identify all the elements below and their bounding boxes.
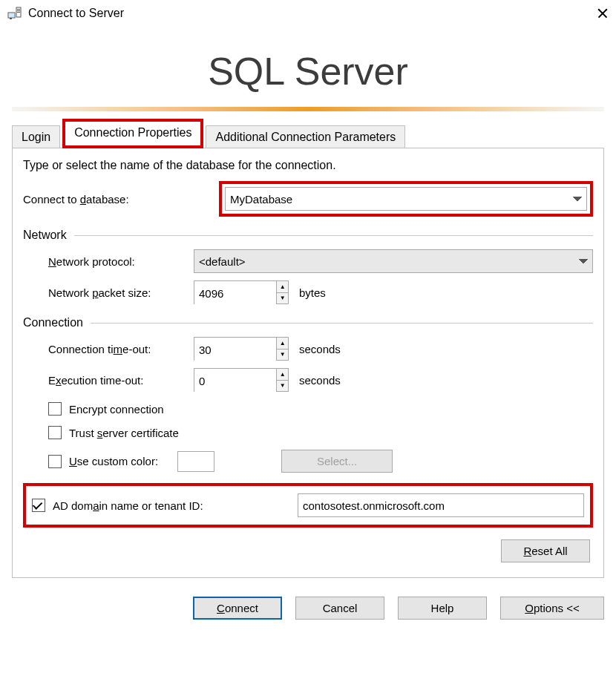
- cancel-button[interactable]: Cancel: [295, 597, 384, 620]
- help-button[interactable]: Help: [398, 597, 487, 620]
- network-protocol-select[interactable]: <default>: [194, 249, 593, 273]
- spinner-up-icon[interactable]: ▲: [277, 281, 288, 293]
- custom-color-label: Use custom color:: [69, 455, 158, 467]
- execution-timeout-label: Execution time-out:: [23, 374, 194, 387]
- svg-rect-4: [17, 10, 20, 11]
- encrypt-connection-checkbox[interactable]: [48, 402, 62, 416]
- spinner-down-icon[interactable]: ▼: [277, 381, 288, 392]
- svg-rect-3: [17, 9, 20, 10]
- spinner-down-icon[interactable]: ▼: [277, 293, 288, 304]
- connection-timeout-label: Connection time-out:: [23, 343, 194, 355]
- trust-cert-checkbox[interactable]: [48, 426, 62, 439]
- instruction-text: Type or select the name of the database …: [23, 159, 593, 172]
- packet-size-spinner[interactable]: ▲▼: [194, 280, 289, 304]
- connect-to-database-select[interactable]: MyDatabase: [225, 187, 587, 211]
- tab-login[interactable]: Login: [12, 125, 60, 148]
- dialog-buttons: Connect Cancel Help Options <<: [0, 579, 616, 637]
- packet-size-input[interactable]: [194, 281, 276, 305]
- options-button[interactable]: Options <<: [500, 597, 604, 620]
- close-icon[interactable]: [597, 7, 609, 19]
- connection-group: Connection: [23, 316, 593, 329]
- banner-heading: SQL Server: [12, 49, 604, 93]
- ad-domain-input[interactable]: [298, 493, 584, 517]
- tabs: Login Connection Properties Additional C…: [12, 119, 604, 148]
- spinner-up-icon[interactable]: ▲: [277, 338, 288, 349]
- bytes-label: bytes: [299, 286, 326, 299]
- custom-color-checkbox[interactable]: [48, 455, 62, 468]
- svg-rect-6: [10, 18, 12, 19]
- connection-timeout-input[interactable]: [194, 338, 276, 361]
- banner: SQL Server: [12, 27, 604, 111]
- connect-button[interactable]: Connect: [193, 597, 282, 620]
- execution-timeout-input[interactable]: [194, 369, 276, 393]
- select-color-button[interactable]: Select...: [281, 450, 393, 473]
- execution-timeout-spinner[interactable]: ▲▼: [194, 368, 289, 392]
- svg-rect-1: [9, 13, 14, 17]
- network-protocol-label: Network protocol:: [23, 255, 194, 268]
- packet-size-label: Network packet size:: [23, 286, 194, 299]
- ad-domain-label: AD domain name or tenant ID:: [53, 499, 298, 512]
- seconds-label: seconds: [299, 343, 341, 355]
- spinner-down-icon[interactable]: ▼: [277, 349, 288, 361]
- connection-timeout-spinner[interactable]: ▲▼: [194, 337, 289, 361]
- window-title: Connect to Server: [28, 7, 597, 20]
- tab-connection-properties[interactable]: Connection Properties: [62, 119, 203, 148]
- network-group: Network: [23, 229, 593, 242]
- properties-panel: Type or select the name of the database …: [12, 148, 604, 578]
- titlebar: Connect to Server: [0, 0, 616, 27]
- color-preview: [177, 451, 214, 472]
- server-icon: [7, 7, 22, 20]
- spinner-up-icon[interactable]: ▲: [277, 369, 288, 381]
- trust-cert-label: Trust server certificate: [69, 427, 179, 439]
- seconds-label: seconds: [299, 374, 341, 387]
- ad-domain-checkbox[interactable]: [32, 499, 45, 512]
- encrypt-connection-label: Encrypt connection: [69, 403, 164, 416]
- tab-additional-params[interactable]: Additional Connection Parameters: [206, 125, 405, 148]
- reset-all-button[interactable]: Reset All: [501, 539, 590, 562]
- connect-to-database-label: Connect to database:: [23, 193, 219, 206]
- svg-rect-5: [17, 12, 20, 13]
